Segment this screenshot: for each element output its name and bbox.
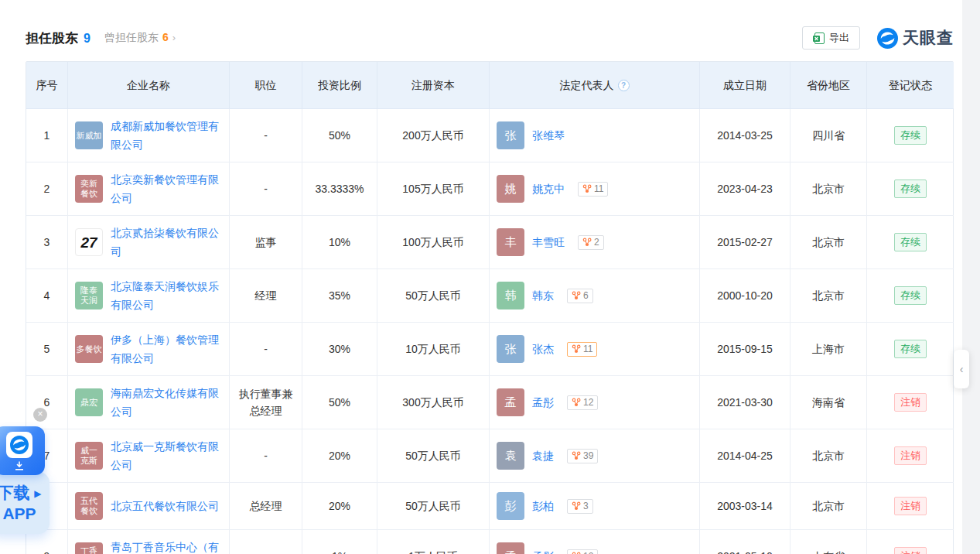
row-seq: 4 <box>26 269 68 323</box>
rep-graph-badge[interactable]: 11 <box>578 182 608 197</box>
date-cell: 2015-02-27 <box>700 216 790 269</box>
row-seq: 3 <box>26 216 68 269</box>
company-name-link[interactable]: 海南鼎宏文化传媒有限公司 <box>111 384 223 421</box>
badge-count: 11 <box>594 180 603 197</box>
region-cell: 海南省 <box>790 376 867 429</box>
rep-name-link[interactable]: 袁捷 <box>532 447 554 464</box>
right-gutter <box>962 0 980 554</box>
capital-cell: 300万人民币 <box>377 376 490 429</box>
rep-graph-badge[interactable]: 12 <box>567 395 598 410</box>
table-row: 4 隆泰天润 北京隆泰天润餐饮娱乐有限公司 经理 35% 50万人民币 韩 韩东 <box>26 269 953 323</box>
company-name-link[interactable]: 青岛丁香音乐中心（有限合伙） <box>111 538 223 554</box>
date-cell: 2003-03-14 <box>700 483 790 530</box>
legal-rep-cell: 孟 孟彤 12 <box>490 376 700 429</box>
status-cell: 注销 <box>867 376 954 429</box>
rep-name-link[interactable]: 姚克中 <box>532 180 565 197</box>
company-logo: 新威加 <box>75 121 103 149</box>
rep-name-link[interactable]: 彭柏 <box>532 498 554 515</box>
rep-graph-badge[interactable]: 2 <box>578 235 604 250</box>
company-name-link[interactable]: 伊多（上海）餐饮管理有限公司 <box>111 330 223 368</box>
tab-former-shareholder[interactable]: 曾担任股东 6 › <box>104 31 176 45</box>
company-name-link[interactable]: 北京奕新餐饮管理有限公司 <box>111 170 223 207</box>
company-name-link[interactable]: 北京威一克斯餐饮有限公司 <box>111 437 223 474</box>
chevron-left-icon: ‹ <box>960 363 964 375</box>
status-badge: 存续 <box>894 233 927 251</box>
region-cell: 山东省 <box>790 530 867 554</box>
excel-icon <box>813 32 825 44</box>
col-header-status: 登记状态 <box>867 62 954 109</box>
capital-cell: 1万人民币 <box>377 530 490 554</box>
rep-avatar: 孟 <box>497 388 524 416</box>
col-header-company: 企业名称 <box>68 62 230 109</box>
rep-graph-badge[interactable]: 3 <box>567 499 593 514</box>
rep-graph-badge[interactable]: 11 <box>567 342 597 357</box>
rep-graph-badge[interactable]: 12 <box>567 549 598 554</box>
former-shareholder-label: 曾担任股东 <box>104 31 159 45</box>
ratio-cell: 10% <box>302 216 377 269</box>
ratio-cell: 20% <box>302 429 377 483</box>
table-header-row: 序号 企业名称 职位 投资比例 注册资本 法定代表人 ? 成立日期 省份地区 登… <box>26 62 953 109</box>
table-body: 1 新威加 成都新威加餐饮管理有限公司 - 50% 200万人民币 张 张维琴 … <box>26 109 953 554</box>
chevron-right-icon: › <box>172 32 176 43</box>
help-icon[interactable]: ? <box>618 80 630 91</box>
close-icon[interactable]: × <box>33 408 47 422</box>
company-logo: 奕新餐饮 <box>75 175 103 203</box>
status-cell: 注销 <box>867 530 954 554</box>
region-cell: 四川省 <box>790 109 867 162</box>
download-text-line2: APP <box>2 504 36 524</box>
rep-avatar: 孟 <box>497 542 524 554</box>
rep-graph-badge[interactable]: 39 <box>567 449 598 463</box>
company-cell: 隆泰天润 北京隆泰天润餐饮娱乐有限公司 <box>68 269 230 323</box>
region-cell: 上海市 <box>790 323 867 376</box>
export-button[interactable]: 导出 <box>802 26 860 50</box>
badge-count: 3 <box>583 498 589 515</box>
company-name-link[interactable]: 北京隆泰天润餐饮娱乐有限公司 <box>111 277 223 314</box>
company-name-link[interactable]: 北京五代餐饮有限公司 <box>111 497 219 515</box>
rep-name-link[interactable]: 张杰 <box>532 340 554 357</box>
status-badge: 存续 <box>894 180 927 198</box>
tianyancha-swirl-icon <box>877 28 898 49</box>
position-cell: 经理 <box>230 269 302 323</box>
col-header-position: 职位 <box>230 62 302 109</box>
status-badge: 注销 <box>894 393 927 412</box>
company-cell: 五代餐饮 北京五代餐饮有限公司 <box>68 483 230 530</box>
company-name-link[interactable]: 北京贰拾柒餐饮有限公司 <box>111 224 223 261</box>
download-app-banner[interactable]: 下载 ▶ APP <box>0 472 50 534</box>
company-logo: 丁香音乐 <box>75 542 103 554</box>
ratio-cell: 20% <box>302 483 377 530</box>
rep-graph-badge[interactable]: 6 <box>567 289 593 303</box>
legal-rep-cell: 彭 彭柏 3 <box>490 483 700 530</box>
relationship-graph-icon <box>582 238 592 247</box>
company-cell: 鼎宏 海南鼎宏文化传媒有限公司 <box>68 376 230 429</box>
row-seq: 5 <box>26 323 68 376</box>
ratio-cell: 50% <box>302 376 377 429</box>
download-label: 下载 <box>0 484 29 501</box>
capital-cell: 100万人民币 <box>377 216 490 269</box>
company-cell: 多餐饮 伊多（上海）餐饮管理有限公司 <box>68 323 230 376</box>
relationship-graph-icon <box>582 184 592 193</box>
rep-name-link[interactable]: 孟彤 <box>532 394 554 411</box>
rep-name-link[interactable]: 张维琴 <box>532 127 565 144</box>
position-cell: - <box>230 162 302 216</box>
status-cell: 存续 <box>867 323 954 376</box>
rep-name-link[interactable]: 丰雪旺 <box>532 234 565 251</box>
ratio-cell: 1% <box>302 530 377 554</box>
app-download-card[interactable] <box>0 426 45 475</box>
sidebar-collapse-handle[interactable]: ‹ <box>954 350 969 388</box>
rep-name-link[interactable]: 孟彤 <box>532 548 554 554</box>
table-row: 8 五代餐饮 北京五代餐饮有限公司 总经理 20% 50万人民币 彭 彭柏 <box>26 483 953 530</box>
brand-logo[interactable]: 天眼查 <box>877 27 954 49</box>
company-cell: 丁香音乐 青岛丁香音乐中心（有限合伙） <box>68 530 230 554</box>
section-header: 担任股东 9 曾担任股东 6 › 导出 <box>26 26 954 50</box>
badge-count: 11 <box>583 340 592 357</box>
legal-rep-header-label: 法定代表人 <box>560 77 614 94</box>
current-shareholder-count: 9 <box>84 32 90 46</box>
rep-name-link[interactable]: 韩东 <box>532 287 554 304</box>
badge-count: 12 <box>583 548 593 554</box>
header-right: 导出 天眼查 <box>802 26 954 50</box>
company-name-link[interactable]: 成都新威加餐饮管理有限公司 <box>111 117 223 154</box>
ratio-cell: 35% <box>302 269 377 323</box>
rep-avatar: 彭 <box>497 492 524 520</box>
date-cell: 2015-09-15 <box>700 323 790 376</box>
relationship-graph-icon <box>572 291 581 300</box>
